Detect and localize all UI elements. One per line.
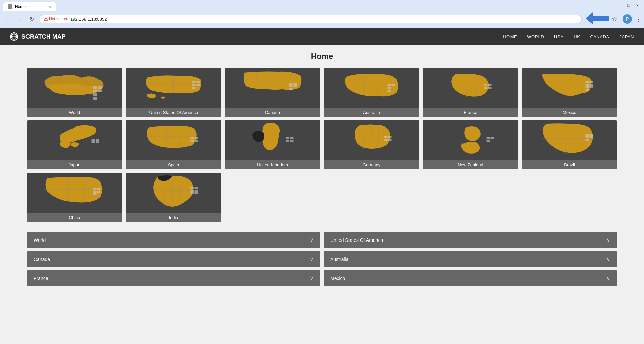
browser-tab[interactable]: Home ✕ <box>3 2 56 11</box>
svg-rect-76 <box>388 136 392 138</box>
svg-rect-80 <box>487 140 490 142</box>
svg-rect-68 <box>290 140 294 142</box>
map-card-label-uk: United Kingdom <box>225 160 320 169</box>
svg-rect-53 <box>92 141 95 143</box>
navbar-brand[interactable]: SCRATCH MAP <box>10 32 66 41</box>
svg-rect-98 <box>97 191 101 193</box>
map-card-mexico[interactable]: Mexico <box>522 68 617 117</box>
accordion-label-canada: Canada <box>34 257 50 262</box>
accordion-world[interactable]: World ∨ <box>27 232 320 248</box>
nav-usa[interactable]: USA <box>554 34 564 39</box>
svg-text:!: ! <box>46 18 46 20</box>
browser-menu-button[interactable]: ⋮ <box>635 15 641 23</box>
map-card-label-india: India <box>126 213 221 222</box>
map-card-image-france <box>423 68 518 108</box>
brand-text: SCRATCH MAP <box>21 33 66 40</box>
map-card-canada[interactable]: Canada <box>225 68 320 117</box>
svg-rect-49 <box>590 84 593 86</box>
accordion-france[interactable]: France ∨ <box>27 270 320 286</box>
svg-rect-107 <box>195 187 198 189</box>
map-card-france[interactable]: France <box>423 68 518 117</box>
svg-rect-39 <box>484 84 487 86</box>
map-card-image-australia <box>324 68 419 108</box>
svg-rect-45 <box>586 84 589 86</box>
map-card-label-world: World <box>27 108 122 117</box>
map-card-label-germany: Germany <box>324 160 419 169</box>
svg-rect-96 <box>93 193 97 195</box>
svg-rect-54 <box>96 139 99 141</box>
svg-rect-48 <box>590 81 593 83</box>
map-card-image-usa <box>126 68 221 108</box>
accordion-usa[interactable]: United States Of America ∨ <box>324 232 617 248</box>
svg-rect-34 <box>392 84 395 86</box>
svg-rect-79 <box>487 137 490 139</box>
svg-rect-66 <box>286 140 289 142</box>
svg-rect-40 <box>484 87 487 89</box>
svg-rect-6 <box>93 90 97 92</box>
accordion-label-usa: United States Of America <box>330 237 383 243</box>
accordion-australia[interactable]: Australia ∨ <box>324 251 617 267</box>
map-card-newzealand[interactable]: New Zealand <box>423 120 518 169</box>
map-card-germany[interactable]: Germany <box>324 120 419 169</box>
main-content: Home World <box>0 45 644 296</box>
bookmark-icon[interactable]: ☆ <box>612 15 617 23</box>
tab-favicon <box>8 4 12 9</box>
svg-rect-87 <box>586 139 589 141</box>
nav-canada[interactable]: CANADA <box>590 34 609 39</box>
svg-rect-62 <box>195 137 198 139</box>
svg-rect-65 <box>286 137 289 139</box>
map-card-uk[interactable]: United Kingdom <box>225 120 320 169</box>
page-title: Home <box>27 52 617 61</box>
map-grid: World <box>27 68 617 222</box>
nav-home[interactable]: HOME <box>503 34 517 39</box>
svg-rect-8 <box>93 97 97 100</box>
accordion-mexico[interactable]: Mexico ∨ <box>324 270 617 286</box>
svg-rect-24 <box>289 88 293 90</box>
map-card-world[interactable]: World <box>27 68 122 117</box>
reload-button[interactable]: ↻ <box>27 14 36 24</box>
map-card-usa[interactable]: United States Of America <box>126 68 221 117</box>
minimize-button[interactable]: — <box>616 2 623 9</box>
svg-rect-50 <box>590 86 593 88</box>
map-card-label-japan: Japan <box>27 160 122 169</box>
map-card-australia[interactable]: Australia <box>324 68 419 117</box>
map-card-image-brazil <box>522 120 617 160</box>
map-card-japan[interactable]: Japan <box>27 120 122 169</box>
chevron-down-icon-canada: ∨ <box>310 256 314 262</box>
accordion-label-world: World <box>34 237 46 243</box>
svg-rect-16 <box>192 81 196 83</box>
map-card-india[interactable]: India <box>126 173 221 222</box>
map-card-image-spain <box>126 120 221 160</box>
nav-uk[interactable]: UK <box>574 34 580 39</box>
svg-rect-74 <box>384 136 388 138</box>
back-button[interactable]: ← <box>3 14 12 24</box>
svg-rect-46 <box>586 86 589 88</box>
svg-rect-19 <box>197 81 200 83</box>
tab-close-button[interactable]: ✕ <box>48 5 51 9</box>
svg-rect-25 <box>294 83 297 85</box>
svg-rect-55 <box>96 141 99 143</box>
chevron-down-icon-usa: ∨ <box>606 237 610 243</box>
nav-world[interactable]: WORLD <box>527 34 544 39</box>
accordion-section: World ∨ United States Of America ∨ Canad… <box>27 232 617 286</box>
address-bar[interactable]: ! Not secure 192.168.1.18:8352 <box>39 15 582 23</box>
nav-links: HOME WORLD USA UK CANADA JAPAN <box>503 34 634 39</box>
map-card-label-china: China <box>27 213 122 222</box>
accordion-canada[interactable]: Canada ∨ <box>27 251 320 267</box>
map-card-label-australia: Australia <box>324 108 419 117</box>
profile-icon[interactable]: P <box>623 14 632 24</box>
map-card-label-spain: Spain <box>126 160 221 169</box>
map-card-spain[interactable]: Spain <box>126 120 221 169</box>
close-window-button[interactable]: ✕ <box>634 2 641 9</box>
svg-rect-108 <box>195 190 198 192</box>
map-card-image-china <box>27 173 122 213</box>
arrow-annotation <box>586 12 609 26</box>
map-card-brazil[interactable]: Brazil <box>522 120 617 169</box>
restore-button[interactable]: ❐ <box>625 2 632 9</box>
svg-rect-9 <box>98 86 102 89</box>
forward-button[interactable]: → <box>15 14 24 24</box>
svg-rect-95 <box>93 191 97 193</box>
map-card-china[interactable]: China <box>27 173 122 222</box>
nav-japan[interactable]: JAPAN <box>620 34 634 39</box>
security-warning: ! Not secure <box>44 17 68 21</box>
